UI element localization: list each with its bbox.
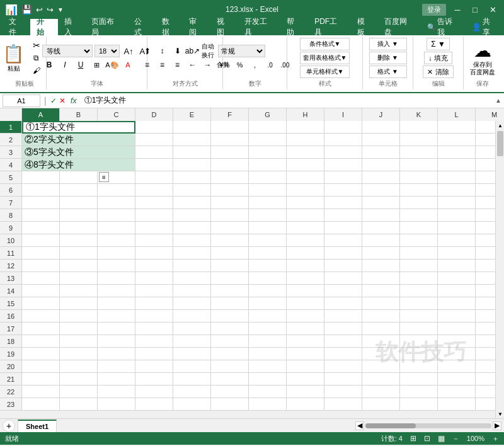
row-num-16[interactable]: 16	[0, 310, 22, 323]
cell-f4[interactable]	[211, 159, 249, 171]
decrease-decimal-btn[interactable]: .0	[263, 59, 277, 71]
autosum-btn[interactable]: Σ ▼	[427, 38, 450, 50]
cell-d1[interactable]	[135, 121, 173, 134]
cell-j4[interactable]	[362, 159, 400, 171]
row-num-5[interactable]: 5	[0, 171, 22, 184]
row-num-19[interactable]: 19	[0, 348, 22, 360]
tab-share[interactable]: 👤共享	[466, 19, 504, 35]
cell-d3[interactable]	[135, 146, 173, 159]
cell-b5[interactable]	[60, 171, 98, 184]
wrap-text-btn[interactable]: 自动换行	[201, 45, 215, 57]
cell-e3[interactable]	[173, 146, 211, 159]
col-header-d[interactable]: D	[135, 108, 173, 121]
format-btn[interactable]: 格式 ▼	[369, 66, 407, 78]
col-header-f[interactable]: F	[211, 108, 249, 121]
cell-l4[interactable]	[438, 159, 476, 171]
paste-btn[interactable]: 📋 粘贴	[4, 45, 24, 71]
row-num-20[interactable]: 20	[0, 360, 22, 373]
h-scrollbar[interactable]	[365, 423, 491, 428]
cell-k3[interactable]	[400, 146, 438, 159]
zoom-out-btn[interactable]: －	[452, 434, 459, 443]
scroll-up-btn[interactable]: ▲	[496, 121, 504, 130]
clear-btn[interactable]: ✕ 清除	[423, 66, 453, 78]
cell-h3[interactable]	[287, 146, 324, 159]
cell-i2[interactable]	[324, 134, 362, 146]
cell-l2[interactable]	[438, 134, 476, 146]
align-right-btn[interactable]: ≡	[171, 59, 185, 71]
row-num-9[interactable]: 9	[0, 222, 22, 234]
tab-help[interactable]: 帮助	[280, 19, 308, 35]
cell-j5[interactable]	[362, 171, 400, 184]
cell-d2[interactable]	[135, 134, 173, 146]
align-bottom-btn[interactable]: ⬇	[171, 45, 185, 57]
row-num-8[interactable]: 8	[0, 209, 22, 222]
cell-a3[interactable]: ③5字头文件	[22, 146, 135, 159]
cell-j3[interactable]	[362, 146, 400, 159]
tab-file[interactable]: 文件	[3, 19, 30, 35]
minimize-btn[interactable]: ─	[451, 3, 464, 16]
cell-h5[interactable]	[287, 171, 324, 184]
cancel-icon[interactable]: ✕	[59, 96, 66, 105]
cell-e5[interactable]	[173, 171, 211, 184]
row-num-7[interactable]: 7	[0, 197, 22, 209]
fill-btn[interactable]: ↓ 填充	[424, 52, 452, 64]
cell-d4[interactable]	[135, 159, 173, 171]
col-header-m[interactable]: M	[476, 108, 504, 121]
add-sheet-btn[interactable]: +	[3, 420, 15, 432]
scroll-thumb[interactable]	[497, 131, 503, 156]
cell-c5[interactable]: ≡	[98, 171, 135, 184]
percent-btn[interactable]: %	[233, 59, 247, 71]
tab-pdf[interactable]: PDF工具	[308, 19, 351, 35]
comma-btn[interactable]: ,	[248, 59, 262, 71]
cell-j1[interactable]	[362, 121, 400, 134]
cell-style-btn[interactable]: 单元格样式▼	[300, 66, 350, 78]
cell-e2[interactable]	[173, 134, 211, 146]
redo-btn[interactable]: ↪	[47, 5, 54, 14]
tab-tellme[interactable]: 🔍告诉我	[421, 19, 466, 35]
cell-j2[interactable]	[362, 134, 400, 146]
cell-k1[interactable]	[400, 121, 438, 134]
cell-l1[interactable]	[438, 121, 476, 134]
scroll-left-btn[interactable]: ◀	[355, 421, 364, 430]
expand-icon[interactable]: ▲	[495, 97, 501, 104]
font-size-select[interactable]: 18	[94, 45, 120, 57]
fill-color-btn[interactable]: A🎨	[105, 59, 119, 71]
vertical-scrollbar[interactable]: ▲ ▼	[495, 121, 504, 418]
cell-l5[interactable]	[438, 171, 476, 184]
col-header-c[interactable]: C	[98, 108, 135, 121]
col-header-j[interactable]: J	[362, 108, 400, 121]
maximize-btn[interactable]: □	[469, 3, 481, 16]
cell-h4[interactable]	[287, 159, 324, 171]
save-baidu-btn[interactable]: ☁ 保存到百度网盘	[470, 40, 495, 76]
quick-save[interactable]: 💾	[21, 4, 32, 14]
tab-page-layout[interactable]: 页面布局	[85, 19, 128, 35]
scroll-down-btn[interactable]: ▼	[496, 409, 504, 418]
formula-input[interactable]	[82, 94, 493, 107]
tab-developer[interactable]: 开发工具	[238, 19, 281, 35]
dropdown-arrow[interactable]: ▼	[57, 6, 64, 13]
cell-g4[interactable]	[249, 159, 287, 171]
cell-g2[interactable]	[249, 134, 287, 146]
cell-k5[interactable]	[400, 171, 438, 184]
row-num-3[interactable]: 3	[0, 146, 22, 159]
cell-g1[interactable]	[249, 121, 287, 134]
align-left-btn[interactable]: ≡	[140, 59, 154, 71]
col-header-b[interactable]: B	[60, 108, 98, 121]
cell-f1[interactable]	[211, 121, 249, 134]
increase-indent-btn[interactable]: →	[201, 59, 215, 71]
row-num-2[interactable]: 2	[0, 134, 22, 146]
cell-g5[interactable]	[249, 171, 287, 184]
border-btn[interactable]: ⊞	[89, 59, 103, 71]
view-preview-btn[interactable]: ▦	[438, 434, 445, 443]
cell-e4[interactable]	[173, 159, 211, 171]
conditional-format-btn[interactable]: 条件格式▼	[300, 38, 350, 50]
col-header-e[interactable]: E	[173, 108, 211, 121]
cell-e1[interactable]	[173, 121, 211, 134]
decrease-indent-btn[interactable]: ←	[186, 59, 200, 71]
orientation-btn[interactable]: ab↗	[186, 45, 200, 57]
table-format-btn[interactable]: 套用表格格式▼	[300, 52, 350, 64]
h-scroll-thumb[interactable]	[365, 423, 416, 428]
login-btn[interactable]: 登录	[422, 4, 446, 16]
row-num-10[interactable]: 10	[0, 234, 22, 247]
view-normal-btn[interactable]: ⊞	[410, 434, 416, 443]
